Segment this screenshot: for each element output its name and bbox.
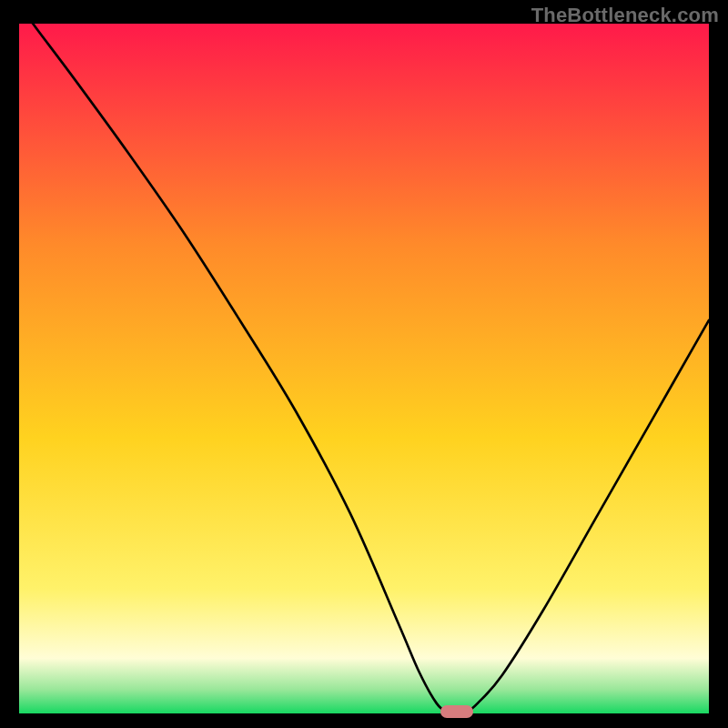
- chart-frame: TheBottleneck.com: [0, 0, 728, 728]
- watermark-text: TheBottleneck.com: [531, 4, 719, 27]
- gradient-background: [19, 24, 709, 713]
- bottleneck-plot: [19, 24, 709, 713]
- optimal-marker: [440, 705, 473, 718]
